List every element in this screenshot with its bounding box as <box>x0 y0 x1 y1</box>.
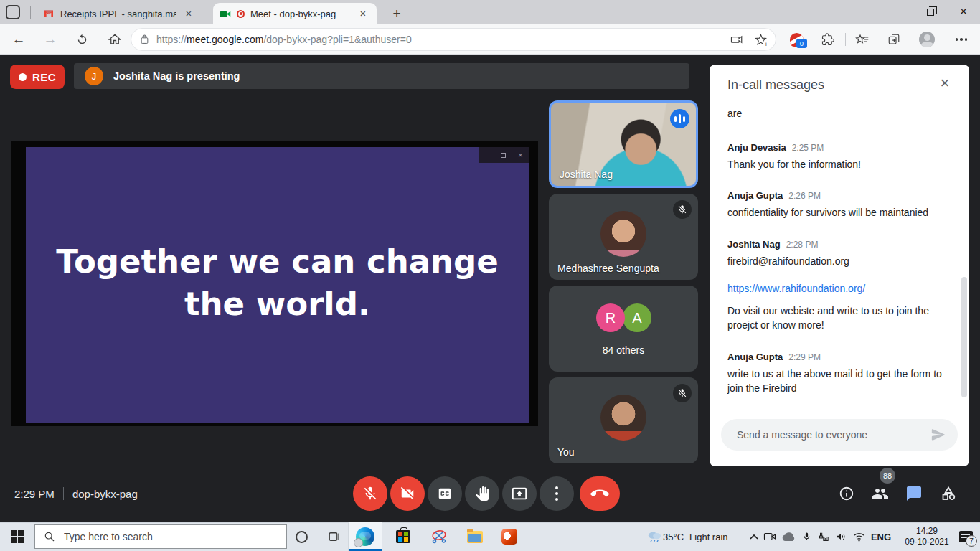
raise-hand-button[interactable] <box>465 476 499 511</box>
new-tab-button[interactable]: + <box>387 4 406 23</box>
tab-meet[interactable]: Meet - dop-bykx-pag × <box>213 3 377 24</box>
start-button[interactable] <box>0 522 34 551</box>
weather-text[interactable]: 35°C Light rain <box>663 522 749 551</box>
chat-close-button[interactable]: × <box>935 73 955 93</box>
clock-time: 14:29 <box>916 526 938 537</box>
tab-gmail[interactable]: Receipts IPPL - sanghita.mail@g × <box>36 3 202 24</box>
volume-button[interactable] <box>832 522 849 551</box>
chat-panel-title: In-call messages <box>727 77 824 93</box>
leave-call-button[interactable] <box>580 476 620 511</box>
taskbar-app-store[interactable] <box>386 522 420 551</box>
notification-count-badge: 7 <box>966 535 977 547</box>
refresh-icon <box>76 34 88 46</box>
presentation-stage: Together we can change the world. – × <box>11 141 538 426</box>
browser-tab-strip: Receipts IPPL - sanghita.mail@g × Meet -… <box>0 0 980 24</box>
add-favorite-button[interactable]: + <box>755 34 767 46</box>
restore-icon <box>927 9 934 16</box>
tab-recording-icon <box>237 10 245 18</box>
mini-minimize-icon: – <box>484 151 489 159</box>
edge-profile-badge <box>354 538 363 547</box>
people-icon <box>872 485 889 502</box>
extensions-button[interactable] <box>818 30 838 49</box>
taskbar-app-office[interactable] <box>492 522 527 551</box>
captured-window-controls: – × <box>479 147 529 163</box>
search-input[interactable] <box>64 531 278 542</box>
back-button[interactable]: ← <box>9 30 29 49</box>
meeting-details-button[interactable] <box>838 485 855 502</box>
search-icon <box>44 531 55 542</box>
more-vert-icon <box>555 486 558 501</box>
send-icon[interactable] <box>930 427 946 443</box>
presenting-text: Joshita Nag is presenting <box>113 70 240 82</box>
onedrive-cloud-icon <box>781 532 796 542</box>
usb-eject-button[interactable] <box>815 522 832 551</box>
refresh-button[interactable] <box>72 30 92 49</box>
presenter-avatar: J <box>85 67 103 85</box>
task-view-button[interactable] <box>319 522 350 551</box>
edge-icon <box>356 527 374 546</box>
participant-tile[interactable]: Medhashree Sengupta <box>549 194 698 280</box>
window-restore-button[interactable] <box>914 0 947 24</box>
taskbar-app-explorer[interactable] <box>458 522 492 551</box>
participant-name: Joshita Nag <box>560 169 613 180</box>
participant-tile-speaker[interactable]: Joshita Nag <box>549 100 698 188</box>
self-tile[interactable]: You <box>549 377 698 463</box>
tab-media-icon[interactable] <box>730 34 743 45</box>
address-bar[interactable]: https://meet.google.com/dop-bykx-pag?pli… <box>131 28 776 51</box>
chat-link[interactable]: https://www.rahifoundation.org/ <box>727 283 865 294</box>
camera-toggle-button[interactable] <box>390 476 425 511</box>
participant-avatar <box>600 211 646 257</box>
favorites-button[interactable] <box>852 30 872 49</box>
wifi-icon <box>853 532 865 542</box>
mic-toggle-button[interactable] <box>353 476 387 511</box>
present-button[interactable] <box>502 476 537 511</box>
speaker-icon <box>835 532 847 542</box>
mic-muted-icon <box>673 200 692 219</box>
taskbar-clock[interactable]: 14:29 09-10-2021 <box>894 522 960 551</box>
taskbar-app-snipping[interactable] <box>422 522 456 551</box>
meet-now-button[interactable] <box>760 522 779 551</box>
adblock-extension-button[interactable]: 0 <box>786 30 806 49</box>
window-close-button[interactable]: × <box>947 0 980 24</box>
tray-microphone-button[interactable] <box>798 522 815 551</box>
chat-panel: In-call messages × are Anju Devasia2:25 … <box>710 65 969 466</box>
onedrive-button[interactable] <box>779 522 798 551</box>
plus-glyph: + <box>763 41 770 48</box>
home-icon <box>108 33 121 46</box>
others-tile[interactable]: R A 84 others <box>549 286 698 372</box>
captions-button[interactable] <box>428 476 462 511</box>
favorites-star-icon <box>855 33 870 46</box>
more-options-button[interactable] <box>540 476 574 511</box>
windows-logo-icon <box>11 530 24 543</box>
window-minimize-button[interactable] <box>880 0 913 24</box>
collections-button[interactable] <box>884 30 904 49</box>
language-indicator[interactable]: ENG <box>868 522 894 551</box>
activities-button[interactable] <box>940 485 957 502</box>
tab-close-icon[interactable]: × <box>182 7 195 20</box>
cortana-button[interactable] <box>286 522 317 551</box>
taskbar-app-edge[interactable] <box>348 522 382 551</box>
chat-toggle-button[interactable] <box>905 485 923 502</box>
tab-actions-menu-icon[interactable] <box>6 5 20 19</box>
tab-close-icon[interactable]: × <box>357 7 369 20</box>
chat-message: Anuja Gupta2:26 PM confidentiality for s… <box>727 189 944 220</box>
puzzle-icon <box>821 33 834 46</box>
mini-restore-icon <box>501 153 506 158</box>
chat-scrollbar[interactable] <box>961 277 967 397</box>
toolbar-separator <box>845 33 846 46</box>
taskbar-search[interactable] <box>34 524 287 549</box>
browser-menu-button[interactable] <box>951 30 971 49</box>
wifi-button[interactable] <box>849 522 868 551</box>
participants-count-badge: 88 <box>880 468 895 484</box>
participants-button[interactable] <box>872 485 889 502</box>
chat-input[interactable] <box>737 429 930 441</box>
weather-temp: 35°C <box>663 532 684 542</box>
home-button[interactable] <box>105 30 125 49</box>
self-avatar <box>600 395 646 441</box>
forward-button[interactable]: → <box>40 30 60 49</box>
profile-button[interactable] <box>917 30 937 49</box>
chat-input-container <box>721 419 958 451</box>
recording-badge: REC <box>10 65 65 89</box>
recording-dot-icon <box>19 73 27 81</box>
slide-text: Together we can change the world. <box>26 240 529 325</box>
